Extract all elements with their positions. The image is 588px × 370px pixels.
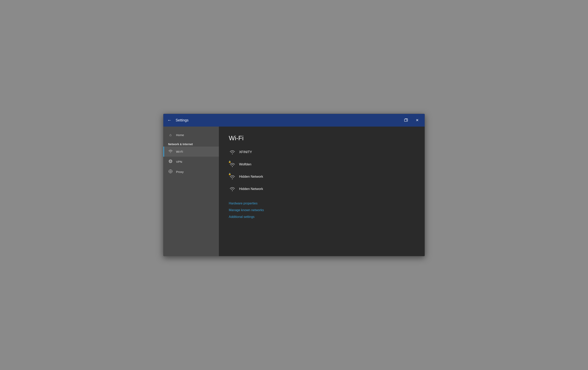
proxy-icon <box>168 169 173 174</box>
settings-window: ← Settings ✕ ⌂ Home Network & Internet <box>163 114 425 256</box>
sidebar-item-wifi[interactable]: Wi-Fi <box>163 147 219 157</box>
sidebar-item-home[interactable]: ⌂ Home <box>163 130 219 140</box>
network-icon-hidden2 <box>229 185 236 192</box>
manage-known-networks-link[interactable]: Manage known networks <box>229 207 415 213</box>
links-section: Hardware properties Manage known network… <box>229 200 415 220</box>
hardware-properties-link[interactable]: Hardware properties <box>229 200 415 206</box>
additional-settings-link[interactable]: Additional settings <box>229 214 415 220</box>
lock-icon-hidden1: 🔒 <box>228 173 231 175</box>
sidebar-item-proxy[interactable]: Proxy <box>163 167 219 177</box>
network-list: XFINITY 🔒 Wolfden <box>229 148 415 193</box>
home-icon: ⌂ <box>168 133 173 137</box>
content-area: ⌂ Home Network & Internet Wi-Fi <box>163 127 425 256</box>
network-name-wolfden: Wolfden <box>239 162 251 166</box>
vpn-icon <box>168 159 173 164</box>
network-icon-wolfden: 🔒 <box>229 161 236 168</box>
sidebar: ⌂ Home Network & Internet Wi-Fi <box>163 127 219 256</box>
back-button[interactable]: ← <box>167 118 172 122</box>
main-content: Wi-Fi XFINITY 🔒 <box>219 127 425 256</box>
vpn-label: VPN <box>176 160 182 163</box>
wifi-label: Wi-Fi <box>176 150 183 153</box>
network-name-xfinity: XFINITY <box>239 150 252 154</box>
network-icon-hidden1: 🔒 <box>229 173 236 180</box>
network-name-hidden2: Hidden Network <box>239 187 263 191</box>
titlebar: ← Settings ✕ <box>163 114 425 127</box>
wifi-icon <box>168 149 173 154</box>
sidebar-item-vpn[interactable]: VPN <box>163 157 219 167</box>
sidebar-section-label: Network & Internet <box>163 141 219 147</box>
network-item-hidden2[interactable]: Hidden Network <box>229 185 415 193</box>
network-icon-xfinity <box>229 149 236 156</box>
home-label: Home <box>176 133 184 137</box>
network-item-xfinity[interactable]: XFINITY <box>229 148 415 157</box>
network-item-wolfden[interactable]: 🔒 Wolfden <box>229 160 415 169</box>
svg-rect-0 <box>404 119 407 121</box>
restore-button[interactable] <box>402 117 410 124</box>
close-button[interactable]: ✕ <box>414 117 421 124</box>
page-title: Wi-Fi <box>229 134 415 142</box>
titlebar-title: Settings <box>176 118 402 122</box>
proxy-label: Proxy <box>176 170 184 173</box>
titlebar-controls: ✕ <box>402 117 421 124</box>
network-item-hidden1[interactable]: 🔒 Hidden Network <box>229 172 415 181</box>
network-name-hidden1: Hidden Network <box>239 175 263 179</box>
lock-icon-wolfden: 🔒 <box>228 160 231 163</box>
